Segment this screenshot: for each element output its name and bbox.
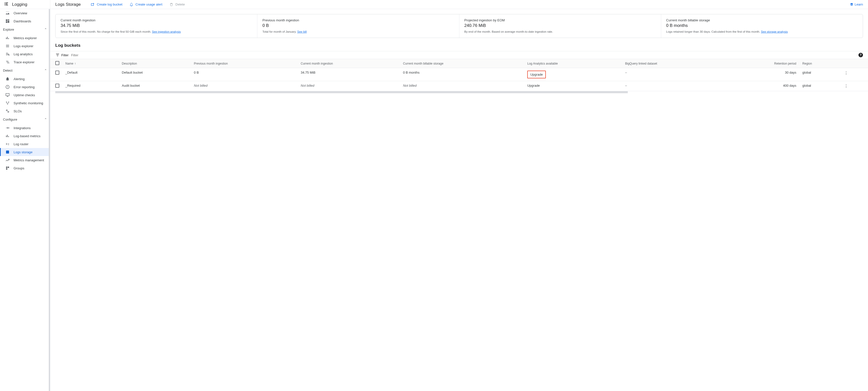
- cell-region: global: [799, 68, 841, 81]
- dashboards-icon: [5, 19, 10, 24]
- filter-bar: Filter ?: [50, 51, 868, 59]
- chevron-up-icon: ⌃: [44, 69, 47, 72]
- row-more-icon[interactable]: ⋮: [844, 71, 848, 75]
- svg-point-11: [7, 104, 8, 104]
- section-detect[interactable]: Detect ⌃: [0, 66, 50, 75]
- filter-input[interactable]: [71, 53, 859, 57]
- upgrade-button[interactable]: Upgrade: [527, 70, 546, 79]
- see-storage-analysis-link[interactable]: See storage analysis: [761, 30, 788, 33]
- row-checkbox[interactable]: [55, 84, 59, 88]
- cell-retention: 30 days: [724, 68, 799, 81]
- sidebar-item-overview[interactable]: Overview: [0, 9, 50, 17]
- storage-icon: [5, 150, 10, 154]
- col-region[interactable]: Region: [799, 59, 841, 68]
- sidebar-item-logs-explorer[interactable]: Logs explorer: [0, 42, 50, 50]
- svg-point-10: [8, 101, 9, 102]
- chevron-up-icon: ⌃: [44, 118, 47, 121]
- svg-point-14: [9, 128, 9, 128]
- sidebar-item-slos[interactable]: SLOs: [0, 107, 50, 115]
- bell-icon: [5, 77, 10, 82]
- section-explore[interactable]: Explore ⌃: [0, 25, 50, 34]
- col-bigquery[interactable]: BigQuery linked dataset: [622, 59, 724, 68]
- svg-point-9: [6, 101, 7, 102]
- sidebar-item-log-router[interactable]: Log router: [0, 140, 50, 148]
- page-title: Logs Storage: [55, 2, 81, 7]
- error-icon: [5, 84, 10, 89]
- svg-rect-17: [6, 167, 7, 168]
- integration-icon: [5, 125, 10, 130]
- col-curr[interactable]: Current month ingestion: [298, 59, 400, 68]
- list-icon: [5, 43, 10, 49]
- search-list-icon: [5, 52, 10, 57]
- sidebar-header: Logging: [0, 0, 50, 9]
- see-bill-link[interactable]: See bill: [297, 30, 307, 33]
- learn-button[interactable]: Learn: [850, 2, 863, 6]
- svg-rect-4: [6, 4, 7, 4]
- cell-curr: Not billed: [298, 81, 400, 91]
- topbar: Logs Storage Create log bucket Create us…: [50, 0, 868, 9]
- sidebar-item-metrics-management[interactable]: Metrics management: [0, 156, 50, 164]
- bucket-plus-icon: [91, 2, 95, 6]
- col-description[interactable]: Description: [119, 59, 191, 68]
- svg-rect-3: [6, 2, 8, 3]
- sidebar: Logging Overview Dashboards Explore ⌃ Me…: [0, 0, 50, 391]
- cell-prev: 0 B: [191, 68, 298, 81]
- sidebar-item-metrics-explorer[interactable]: Metrics explorer: [0, 34, 50, 42]
- table-row: _Required Audit bucket Not billed Not bi…: [50, 81, 868, 91]
- upgrade-button[interactable]: Upgrade: [527, 84, 540, 87]
- table-header-row: Name↑ Description Previous month ingesti…: [50, 59, 868, 68]
- svg-rect-2: [4, 5, 5, 5]
- trace-icon: [5, 60, 10, 65]
- chevron-up-icon: ⌃: [44, 28, 47, 31]
- sidebar-item-log-based-metrics[interactable]: Log-based metrics: [0, 132, 50, 140]
- sidebar-item-uptime-checks[interactable]: Uptime checks: [0, 91, 50, 99]
- svg-rect-8: [6, 93, 9, 96]
- app-title: Logging: [12, 2, 27, 7]
- main: Logs Storage Create log bucket Create us…: [50, 0, 868, 391]
- metrics-mgmt-icon: [5, 157, 10, 162]
- col-retention[interactable]: Retention period: [724, 59, 799, 68]
- sidebar-label: Dashboards: [13, 19, 31, 23]
- help-icon[interactable]: ?: [859, 53, 863, 57]
- delete-button: Delete: [169, 2, 185, 6]
- monitor-icon: [5, 92, 10, 97]
- sidebar-item-alerting[interactable]: Alerting: [0, 75, 50, 83]
- stat-projected-ingestion: Projected ingestion by EOM 240.76 MiB By…: [459, 14, 661, 38]
- sidebar-item-groups[interactable]: Groups: [0, 164, 50, 172]
- create-log-bucket-button[interactable]: Create log bucket: [91, 2, 122, 6]
- sidebar-item-trace-explorer[interactable]: Trace explorer: [0, 58, 50, 66]
- sidebar-item-dashboards[interactable]: Dashboards: [0, 17, 50, 25]
- col-prev[interactable]: Previous month ingestion: [191, 59, 298, 68]
- col-analytics[interactable]: Log Analytics available: [524, 59, 622, 68]
- overview-icon: [5, 10, 10, 16]
- sort-asc-icon: ↑: [74, 62, 76, 65]
- row-checkbox[interactable]: [55, 70, 59, 74]
- sidebar-item-logs-storage[interactable]: Logs storage: [0, 148, 50, 156]
- cell-description: Audit bucket: [119, 81, 191, 91]
- stat-current-ingestion: Current month ingestion 34.75 MiB Since …: [56, 14, 257, 38]
- cell-bigquery: –: [622, 68, 724, 81]
- col-billable[interactable]: Current month billable storage: [400, 59, 524, 68]
- svg-point-13: [8, 111, 9, 113]
- svg-rect-20: [91, 3, 93, 5]
- sidebar-item-synthetic-monitoring[interactable]: Synthetic monitoring: [0, 99, 50, 107]
- create-usage-alert-button[interactable]: Create usage alert: [129, 2, 162, 6]
- cell-description: Default bucket: [119, 68, 191, 81]
- see-ingestion-analysis-link[interactable]: See ingestion analysis: [152, 30, 181, 33]
- col-name[interactable]: Name↑: [62, 59, 119, 68]
- row-more-icon[interactable]: ⋮: [844, 84, 848, 88]
- sidebar-item-integrations[interactable]: Integrations: [0, 124, 50, 132]
- trash-icon: [169, 2, 174, 6]
- sidebar-item-error-reporting[interactable]: Error reporting: [0, 83, 50, 91]
- bell-plus-icon: [129, 2, 133, 6]
- filter-icon: [55, 53, 60, 57]
- cell-billable: Not billed: [400, 81, 524, 91]
- slo-icon: [5, 109, 10, 114]
- sidebar-item-log-analytics[interactable]: Log analytics: [0, 50, 50, 58]
- bar-chart-icon: [5, 133, 10, 139]
- horizontal-scrollbar[interactable]: [55, 91, 628, 93]
- select-all-checkbox[interactable]: [55, 61, 59, 65]
- section-configure[interactable]: Configure ⌃: [0, 115, 50, 124]
- svg-point-12: [6, 110, 7, 111]
- buckets-table: Name↑ Description Previous month ingesti…: [50, 59, 868, 91]
